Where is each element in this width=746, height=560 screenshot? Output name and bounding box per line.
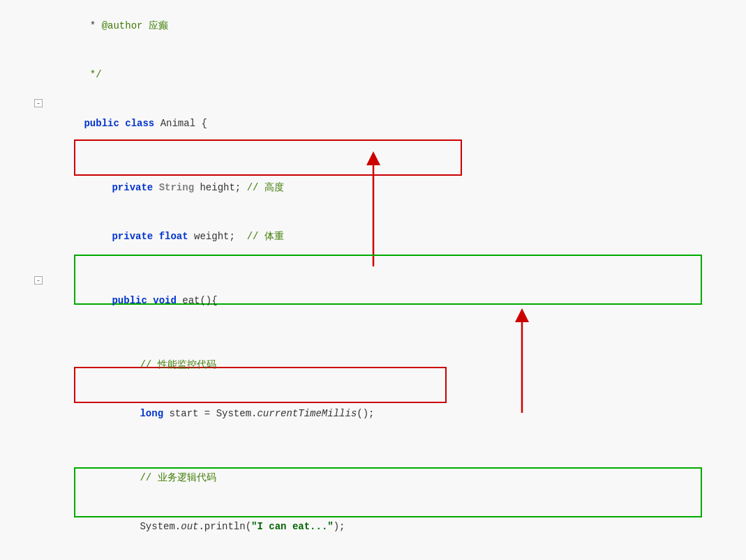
line-num-1 xyxy=(0,1,21,3)
line-7 xyxy=(0,261,746,276)
token: eat(){ xyxy=(177,295,218,306)
fold-icon-3[interactable]: - xyxy=(34,99,43,107)
line-4 xyxy=(0,148,746,163)
code-line-10: // 性能监控代码 xyxy=(43,340,746,389)
token: currentTimeMillis xyxy=(257,408,357,419)
token: Animal { xyxy=(154,118,207,129)
token: out xyxy=(181,521,198,532)
code-line-11: long start = System.currentTimeMillis(); xyxy=(43,389,746,438)
token: (); xyxy=(357,408,374,419)
line-2: */ xyxy=(0,50,746,99)
token xyxy=(153,231,158,242)
code-line-15 xyxy=(43,551,746,560)
line-14: System.out.println("I can eat..."); xyxy=(0,502,746,551)
line-10: // 性能监控代码 xyxy=(0,340,746,389)
token: * xyxy=(84,20,101,31)
line-15 xyxy=(0,551,746,560)
line-num-10 xyxy=(0,340,21,342)
token: 应癫 xyxy=(142,20,167,31)
token: public xyxy=(112,295,147,306)
code-line-2: */ xyxy=(43,50,746,99)
code-line-6: private float weight; // 体重 xyxy=(43,212,746,261)
token: weight; xyxy=(188,231,247,242)
code-line-1: * @author 应癫 xyxy=(43,1,746,50)
line-num-5 xyxy=(0,163,21,165)
code-line-14: System.out.println("I can eat..."); xyxy=(43,502,746,551)
token: */ xyxy=(84,69,101,80)
code-line-3: public class Animal { xyxy=(43,99,746,148)
token xyxy=(153,182,158,193)
token: .println( xyxy=(198,521,251,532)
token: "I can eat..." xyxy=(251,521,334,532)
line-num-3 xyxy=(0,99,21,100)
line-num-2 xyxy=(0,50,21,52)
token: String xyxy=(159,182,194,193)
line-9 xyxy=(0,325,746,340)
code-line-5: private String height; // 高度 xyxy=(43,163,746,212)
token: private xyxy=(112,231,153,242)
line-12 xyxy=(0,438,746,453)
line-8: - public void eat(){ xyxy=(0,276,746,325)
code-line-8: public void eat(){ xyxy=(43,276,746,325)
token: @author xyxy=(102,20,143,31)
token: System. xyxy=(140,521,181,532)
line-num-8 xyxy=(0,276,21,278)
token: // 业务逻辑代码 xyxy=(140,472,216,483)
fold-icon-8[interactable]: - xyxy=(34,276,43,285)
line-num-11 xyxy=(0,389,21,391)
token xyxy=(147,295,153,306)
line-1: * @author 应癫 xyxy=(0,1,746,50)
line-6: private float weight; // 体重 xyxy=(0,212,746,261)
line-num-7 xyxy=(0,261,21,262)
fold-3: - xyxy=(33,99,43,107)
token: class xyxy=(125,118,154,129)
token: public xyxy=(84,118,119,129)
line-3: - public class Animal { xyxy=(0,99,746,148)
line-num-13 xyxy=(0,453,21,455)
token: ); xyxy=(334,521,345,532)
line-num-12 xyxy=(0,438,21,439)
line-num-9 xyxy=(0,325,21,326)
token: private xyxy=(112,182,153,193)
line-11: long start = System.currentTimeMillis(); xyxy=(0,389,746,438)
line-num-6 xyxy=(0,212,21,213)
token: start = System. xyxy=(163,408,257,419)
code-line-13: // 业务逻辑代码 xyxy=(43,453,746,502)
code-editor: * @author 应癫 */ - public class Animal { xyxy=(0,1,746,560)
line-5: private String height; // 高度 xyxy=(0,163,746,212)
line-num-4 xyxy=(0,148,21,149)
token: long xyxy=(140,408,163,419)
token: // 高度 xyxy=(247,182,284,193)
fold-8: - xyxy=(33,276,43,285)
token xyxy=(119,118,125,129)
token: height; xyxy=(194,182,247,193)
line-13: // 业务逻辑代码 xyxy=(0,453,746,502)
token: // 体重 xyxy=(247,231,284,242)
token: // 性能监控代码 xyxy=(140,359,216,370)
token: float xyxy=(159,231,188,242)
line-num-14 xyxy=(0,502,21,504)
token: void xyxy=(153,295,177,306)
line-num-15 xyxy=(0,551,21,552)
